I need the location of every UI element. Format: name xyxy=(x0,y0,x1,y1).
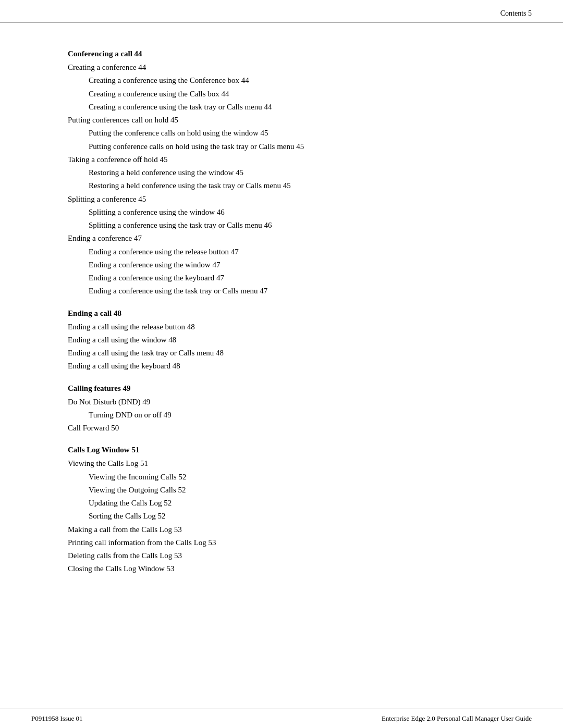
toc-item: Do Not Disturb (DND) 49 xyxy=(68,396,516,408)
section-title-calling-features: Calling features 49 xyxy=(68,384,516,393)
toc-item: Ending a call using the task tray or Cal… xyxy=(68,347,516,359)
toc-item: Call Forward 50 xyxy=(68,422,516,434)
footer-left: P0911958 Issue 01 xyxy=(31,714,82,723)
toc-item: Putting conferences call on hold 45 xyxy=(68,114,516,126)
footer-right: Enterprise Edge 2.0 Personal Call Manage… xyxy=(382,714,532,723)
toc-item: Ending a conference using the window 47 xyxy=(89,259,516,271)
toc-item: Taking a conference off hold 45 xyxy=(68,154,516,166)
page-header: Contents 5 xyxy=(0,0,563,22)
toc-item: Printing call information from the Calls… xyxy=(68,537,516,549)
toc-item: Putting the conference calls on hold usi… xyxy=(89,127,516,139)
toc-item: Creating a conference using the Conferen… xyxy=(89,75,516,87)
toc-item: Restoring a held conference using the wi… xyxy=(89,167,516,179)
toc-item: Putting conference calls on hold using t… xyxy=(89,141,516,153)
toc-item: Updating the Calls Log 52 xyxy=(89,497,516,509)
toc-item: Splitting a conference using the task tr… xyxy=(89,219,516,231)
toc-item: Ending a conference using the task tray … xyxy=(89,285,516,297)
toc-item: Ending a conference using the release bu… xyxy=(89,246,516,258)
page-footer: P0911958 Issue 01 Enterprise Edge 2.0 Pe… xyxy=(0,709,563,728)
section-title-calls-log-window: Calls Log Window 51 xyxy=(68,446,516,454)
toc-item: Ending a conference using the keyboard 4… xyxy=(89,272,516,284)
header-text: Contents 5 xyxy=(500,9,532,18)
toc-item: Making a call from the Calls Log 53 xyxy=(68,524,516,536)
toc-item: Splitting a conference 45 xyxy=(68,193,516,205)
toc-item: Splitting a conference using the window … xyxy=(89,206,516,218)
toc-item: Deleting calls from the Calls Log 53 xyxy=(68,550,516,562)
section-title-conferencing-a-call: Conferencing a call 44 xyxy=(68,50,516,58)
toc-item: Ending a call using the window 48 xyxy=(68,334,516,346)
toc-item: Ending a call using the release button 4… xyxy=(68,321,516,333)
toc-item: Turning DND on or off 49 xyxy=(89,409,516,421)
toc-item: Closing the Calls Log Window 53 xyxy=(68,563,516,575)
page: Contents 5 Conferencing a call 44Creatin… xyxy=(0,0,563,728)
toc-item: Creating a conference using the task tra… xyxy=(89,101,516,113)
toc-item: Ending a conference 47 xyxy=(68,232,516,244)
toc-item: Viewing the Calls Log 51 xyxy=(68,458,516,470)
toc-item: Creating a conference using the Calls bo… xyxy=(89,88,516,100)
toc-item: Ending a call using the keyboard 48 xyxy=(68,360,516,372)
toc-item: Viewing the Outgoing Calls 52 xyxy=(89,484,516,496)
toc-item: Creating a conference 44 xyxy=(68,61,516,73)
main-content: Conferencing a call 44Creating a confere… xyxy=(0,22,563,608)
toc-item: Viewing the Incoming Calls 52 xyxy=(89,471,516,483)
toc-item: Sorting the Calls Log 52 xyxy=(89,510,516,522)
section-title-ending-a-call: Ending a call 48 xyxy=(68,309,516,318)
toc-item: Restoring a held conference using the ta… xyxy=(89,180,516,192)
